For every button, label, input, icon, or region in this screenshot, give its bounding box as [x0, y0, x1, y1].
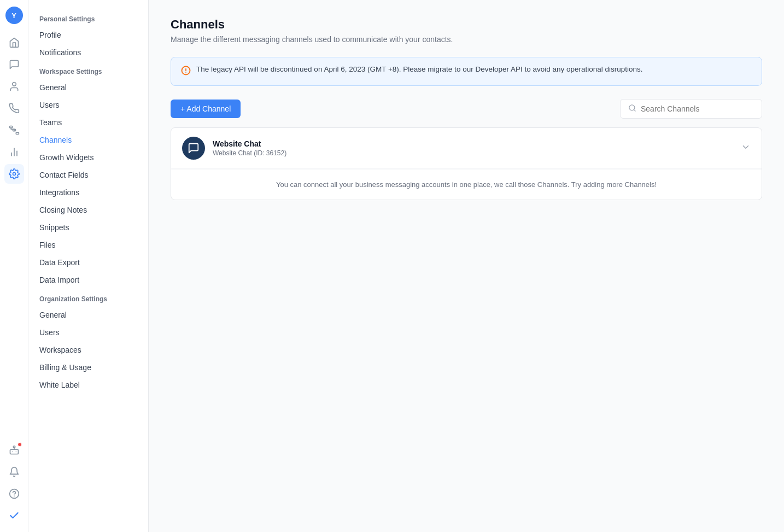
- icon-rail: Y: [0, 0, 28, 532]
- alert-banner: The legacy API will be discontinued on A…: [171, 57, 762, 86]
- chevron-down-icon: [741, 142, 751, 154]
- sidebar-item-org-general[interactable]: General: [28, 306, 148, 324]
- sidebar-item-notifications[interactable]: Notifications: [28, 44, 148, 61]
- channels-toolbar: + Add Channel: [171, 99, 762, 119]
- channel-list: Website Chat Website Chat (ID: 36152) Yo…: [171, 127, 762, 200]
- page-title: Channels: [171, 17, 762, 32]
- user-avatar[interactable]: Y: [5, 7, 23, 24]
- bot-icon[interactable]: [4, 440, 24, 460]
- sidebar-item-ws-general[interactable]: General: [28, 79, 148, 96]
- organization-settings-heading: Organization Settings: [28, 289, 148, 306]
- sidebar-item-white-label[interactable]: White Label: [28, 376, 148, 394]
- page-subtitle: Manage the different messaging channels …: [171, 35, 762, 44]
- chat-icon[interactable]: [4, 55, 24, 74]
- sidebar-item-channels[interactable]: Channels: [28, 131, 148, 149]
- analytics-icon[interactable]: [4, 142, 24, 162]
- phone-icon[interactable]: [4, 98, 24, 118]
- org-chart-icon[interactable]: [4, 120, 24, 140]
- svg-point-7: [13, 173, 15, 176]
- alert-text: The legacy API will be discontinued on A…: [196, 65, 643, 73]
- search-icon: [628, 104, 636, 114]
- sidebar-item-data-import[interactable]: Data Import: [28, 271, 148, 289]
- sidebar-item-workspaces[interactable]: Workspaces: [28, 341, 148, 359]
- sidebar-item-billing[interactable]: Billing & Usage: [28, 359, 148, 376]
- sidebar-item-closing-notes[interactable]: Closing Notes: [28, 201, 148, 219]
- svg-rect-8: [10, 449, 18, 454]
- workspace-settings-heading: Workspace Settings: [28, 61, 148, 79]
- main-content: Channels Manage the different messaging …: [149, 0, 784, 532]
- channel-id: Website Chat (ID: 36152): [213, 149, 741, 157]
- svg-rect-3: [16, 132, 19, 134]
- sidebar-item-snippets[interactable]: Snippets: [28, 219, 148, 236]
- sidebar-item-growth-widgets[interactable]: Growth Widgets: [28, 149, 148, 166]
- channel-name: Website Chat: [213, 139, 741, 148]
- channel-item-website-chat[interactable]: Website Chat Website Chat (ID: 36152): [171, 128, 762, 169]
- sidebar-item-profile[interactable]: Profile: [28, 26, 148, 44]
- help-icon[interactable]: [4, 484, 24, 504]
- personal-settings-heading: Personal Settings: [28, 9, 148, 26]
- sidebar: Personal Settings Profile Notifications …: [28, 0, 149, 532]
- sidebar-item-org-users[interactable]: Users: [28, 324, 148, 341]
- search-input[interactable]: [641, 104, 754, 113]
- settings-icon[interactable]: [4, 164, 24, 184]
- profile-label: Profile: [39, 31, 61, 39]
- svg-point-0: [12, 83, 16, 86]
- add-channel-button[interactable]: + Add Channel: [171, 100, 241, 118]
- channel-info: Website Chat Website Chat (ID: 36152): [213, 139, 741, 157]
- channels-footer-note: You can connect all your business messag…: [171, 169, 762, 200]
- channel-avatar: [182, 137, 205, 160]
- sidebar-item-teams[interactable]: Teams: [28, 114, 148, 131]
- notifications-label: Notifications: [39, 48, 81, 57]
- notification-icon[interactable]: [4, 462, 24, 482]
- check-mark-icon[interactable]: [4, 506, 24, 525]
- sidebar-item-ws-users[interactable]: Users: [28, 96, 148, 114]
- home-icon[interactable]: [4, 33, 24, 52]
- sidebar-item-data-export[interactable]: Data Export: [28, 254, 148, 271]
- search-box: [620, 99, 762, 119]
- warning-icon: [181, 66, 191, 78]
- sidebar-item-contact-fields[interactable]: Contact Fields: [28, 166, 148, 184]
- contacts-icon[interactable]: [4, 77, 24, 96]
- sidebar-item-integrations[interactable]: Integrations: [28, 184, 148, 201]
- sidebar-item-files[interactable]: Files: [28, 236, 148, 254]
- svg-line-18: [634, 109, 635, 111]
